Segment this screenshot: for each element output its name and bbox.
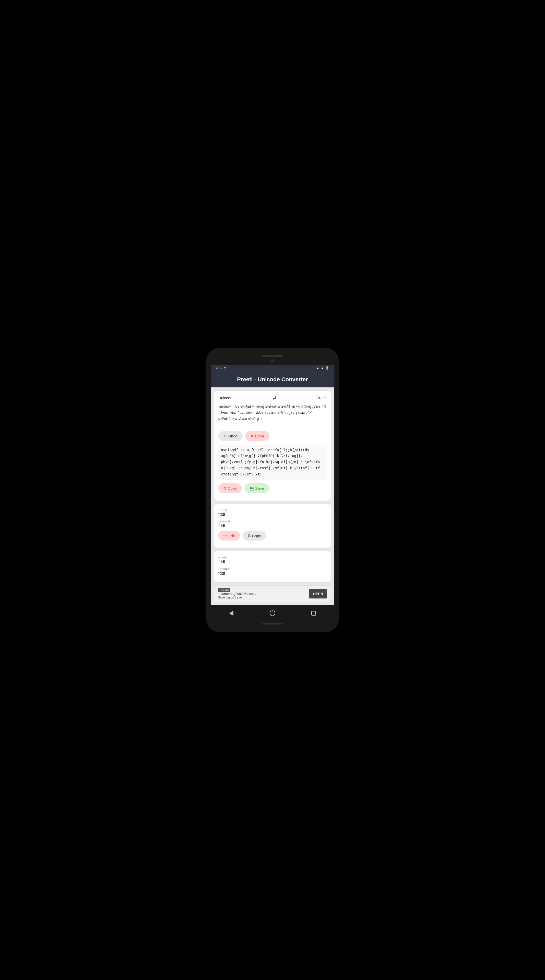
clock: 9:52 (216, 366, 222, 370)
save-icon (250, 486, 253, 490)
save-button[interactable]: Save (244, 484, 269, 493)
ad-open-button[interactable]: OPEN (309, 589, 327, 598)
swap-icon[interactable]: ⇄ (272, 395, 276, 401)
converter-card: Unicode ⇄ Preeti लकडाउनमा घर बसाइँको समय… (214, 391, 331, 501)
history-preeti-value-1: fddf (218, 512, 327, 517)
copy-button[interactable]: Copy (218, 484, 242, 493)
app-title: Preeti - Unicode Converter (237, 376, 308, 383)
ad-left: Test Ad lbuumerang209706.now... Save big… (218, 588, 256, 599)
output-text: ns8fpgdf 3/ a;fOFsf] ;donfO{ l;;h{/gfTtd… (218, 445, 327, 480)
phone-top-bar (211, 352, 334, 359)
ad-text: Save big on travel (218, 596, 256, 599)
history-unicode-value-1: fddf (218, 524, 327, 528)
back-icon (229, 611, 233, 616)
battery-icon: 🔋 (325, 366, 329, 370)
status-right: ▲ ▲ 🔋 (316, 366, 329, 370)
phone-screen: 9:52 ⊙ ▲ ▲ 🔋 Preeti - Unicode Converter … (211, 352, 334, 628)
nav-bar (211, 605, 334, 621)
unicode-label: Unicode (218, 396, 233, 400)
phone-bottom-pill (262, 623, 283, 625)
nav-back-button[interactable] (228, 609, 235, 617)
undo-button[interactable]: Undo (218, 431, 242, 441)
history-unicode-value-2: fddf (218, 571, 327, 576)
preeti-label: Preeti (317, 396, 327, 400)
wifi-icon: ▲ (316, 366, 319, 370)
history-preeti-label-1: Preeti (218, 508, 327, 512)
ad-url: lbuumerang209706.now... (218, 592, 256, 596)
ad-tag: Test Ad (218, 588, 230, 592)
history-unicode-label-2: Unicode (218, 567, 327, 571)
status-left: 9:52 ⊙ (216, 366, 226, 370)
undo-clear-row: Undo Clear (218, 431, 327, 441)
copy-icon (223, 486, 226, 490)
signal-icon: ▲ (321, 366, 324, 370)
recent-icon (311, 611, 316, 616)
phone-speaker (262, 355, 283, 357)
nav-home-button[interactable] (269, 609, 276, 617)
history-card-2: Preeti fddf Unicode fddf (214, 551, 331, 582)
clear-button[interactable]: Clear (245, 431, 269, 441)
phone-camera (271, 359, 274, 363)
screen-content: Unicode ⇄ Preeti लकडाउनमा घर बसाइँको समय… (211, 387, 334, 606)
history-unicode-label-1: Unicode (218, 519, 327, 523)
ad-info: Test Ad lbuumerang209706.now... Save big… (218, 588, 256, 599)
app-header: Preeti - Unicode Converter (211, 372, 334, 387)
history-preeti-label-2: Preeti (218, 555, 327, 559)
copy-button-1[interactable]: Copy (242, 531, 266, 541)
phone-camera-row (211, 359, 334, 365)
history-card-1: Preeti fddf Unicode fddf Edit Copy (214, 504, 331, 548)
nav-recent-button[interactable] (310, 609, 317, 617)
copy-save-row: Copy Save (218, 484, 327, 493)
phone-frame: 9:52 ⊙ ▲ ▲ 🔋 Preeti - Unicode Converter … (206, 348, 339, 632)
home-icon (270, 611, 275, 616)
input-textarea[interactable]: लकडाउनमा घर बसाइँको समयलाई सिर्जनात्मक ब… (218, 404, 327, 427)
copy-icon-1 (248, 533, 250, 538)
clear-icon (250, 434, 253, 438)
status-bar: 9:52 ⊙ ▲ ▲ 🔋 (211, 365, 334, 372)
history-preeti-value-2: fddf (218, 560, 327, 564)
undo-icon (223, 434, 227, 438)
recording-icon: ⊙ (224, 366, 226, 370)
edit-button-1[interactable]: Edit (218, 531, 240, 541)
phone-bottom-bar (211, 621, 334, 628)
edit-icon-1 (223, 533, 227, 538)
ad-bar: Test Ad lbuumerang209706.now... Save big… (214, 585, 331, 602)
history-btn-row-1: Edit Copy (218, 531, 327, 541)
converter-header: Unicode ⇄ Preeti (218, 395, 327, 401)
